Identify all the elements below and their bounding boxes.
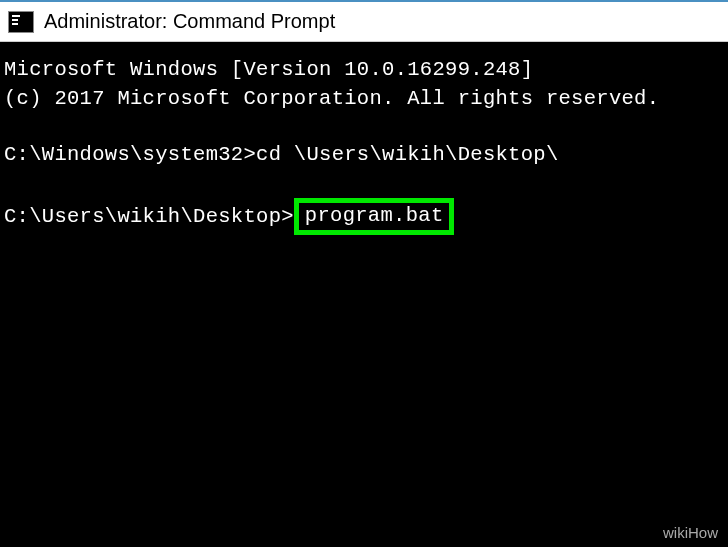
highlighted-command: program.bat [294,198,455,235]
prompt-1: C:\Windows\system32> [4,143,256,166]
command-line-1: C:\Windows\system32>cd \Users\wikih\Desk… [4,141,724,170]
command-2: program.bat [305,204,444,227]
copyright-line: (c) 2017 Microsoft Corporation. All righ… [4,85,724,114]
window-title: Administrator: Command Prompt [44,10,335,33]
prompt-2: C:\Users\wikih\Desktop> [4,205,294,228]
watermark-text: wikiHow [663,524,718,541]
command-line-2: C:\Users\wikih\Desktop>program.bat [4,198,724,235]
command-1: cd \Users\wikih\Desktop\ [256,143,558,166]
cmd-icon [8,11,34,33]
version-line: Microsoft Windows [Version 10.0.16299.24… [4,56,724,85]
terminal-output[interactable]: Microsoft Windows [Version 10.0.16299.24… [0,42,728,249]
window-titlebar[interactable]: Administrator: Command Prompt [0,0,728,42]
